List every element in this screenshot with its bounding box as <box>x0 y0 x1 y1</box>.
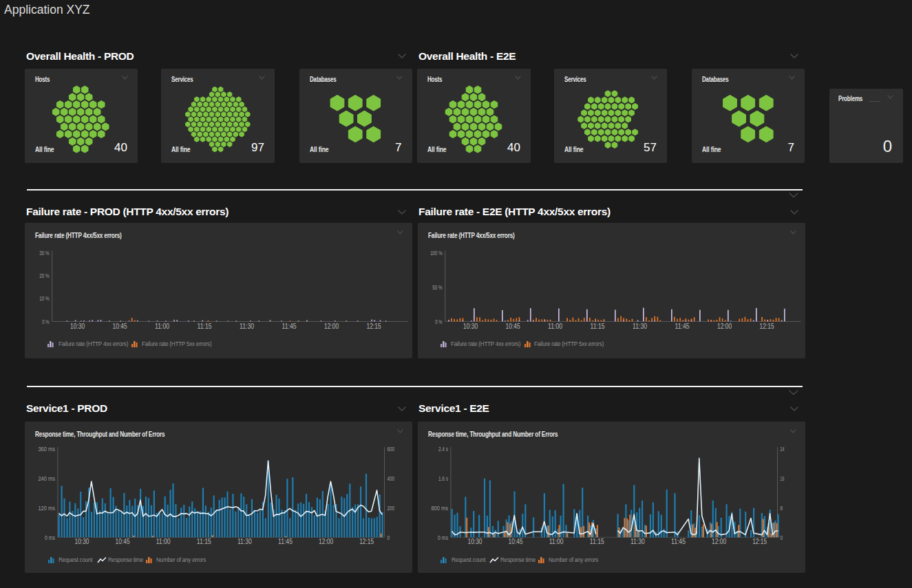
svg-text:11:00: 11:00 <box>548 323 562 330</box>
svg-text:12:15: 12:15 <box>367 323 381 330</box>
svg-text:100 %: 100 % <box>430 249 443 257</box>
svg-text:11:15: 11:15 <box>590 323 604 330</box>
svg-text:11:30: 11:30 <box>630 538 644 545</box>
svg-text:10:45: 10:45 <box>113 323 127 330</box>
svg-text:11:45: 11:45 <box>282 323 297 330</box>
svg-text:12:15: 12:15 <box>759 323 774 330</box>
svg-text:11:15: 11:15 <box>197 538 211 545</box>
svg-text:2.4 s: 2.4 s <box>438 445 447 453</box>
svg-text:24: 24 <box>780 445 784 453</box>
svg-text:0: 0 <box>388 534 390 541</box>
svg-text:0 ms: 0 ms <box>45 534 55 541</box>
svg-text:10:45: 10:45 <box>116 538 130 545</box>
svg-text:12:00: 12:00 <box>712 538 726 545</box>
svg-text:12:00: 12:00 <box>324 323 339 330</box>
svg-text:11:45: 11:45 <box>278 538 293 545</box>
svg-text:0 %: 0 % <box>435 318 443 325</box>
svg-text:50 %: 50 % <box>432 283 443 291</box>
svg-text:30 %: 30 % <box>39 249 50 257</box>
svg-text:11:30: 11:30 <box>240 323 254 330</box>
svg-text:16: 16 <box>780 475 784 482</box>
svg-text:0 %: 0 % <box>42 318 50 325</box>
svg-text:11:00: 11:00 <box>156 538 171 545</box>
svg-text:0 ms: 0 ms <box>437 534 447 541</box>
svg-text:360 ms: 360 ms <box>38 445 55 453</box>
svg-text:11:15: 11:15 <box>198 323 212 330</box>
svg-text:11:45: 11:45 <box>671 538 686 545</box>
svg-text:12:00: 12:00 <box>717 323 732 330</box>
svg-text:10:30: 10:30 <box>70 323 85 330</box>
svg-text:0: 0 <box>780 534 783 541</box>
svg-text:1.6 s: 1.6 s <box>438 475 447 482</box>
svg-text:10:45: 10:45 <box>508 538 522 545</box>
svg-text:20 %: 20 % <box>39 272 50 279</box>
svg-text:11:15: 11:15 <box>589 538 604 545</box>
svg-text:10:30: 10:30 <box>463 323 478 330</box>
svg-text:200: 200 <box>388 504 395 512</box>
svg-text:10 %: 10 % <box>39 294 50 302</box>
svg-text:10:45: 10:45 <box>505 323 520 330</box>
svg-text:12:15: 12:15 <box>359 538 374 545</box>
svg-text:11:00: 11:00 <box>549 538 563 545</box>
svg-text:12:15: 12:15 <box>752 538 767 545</box>
svg-text:12:00: 12:00 <box>319 538 333 545</box>
svg-text:600: 600 <box>388 445 395 453</box>
svg-text:8: 8 <box>780 504 783 512</box>
svg-text:11:30: 11:30 <box>237 538 252 545</box>
svg-text:400: 400 <box>388 475 395 482</box>
svg-text:11:30: 11:30 <box>633 323 647 330</box>
svg-text:11:00: 11:00 <box>155 323 169 330</box>
svg-text:120 ms: 120 ms <box>38 504 55 512</box>
svg-text:10:30: 10:30 <box>75 538 89 545</box>
svg-text:800 ms: 800 ms <box>431 504 448 512</box>
svg-text:10:30: 10:30 <box>467 538 482 545</box>
svg-text:11:45: 11:45 <box>675 323 689 330</box>
svg-text:240 ms: 240 ms <box>38 475 55 482</box>
